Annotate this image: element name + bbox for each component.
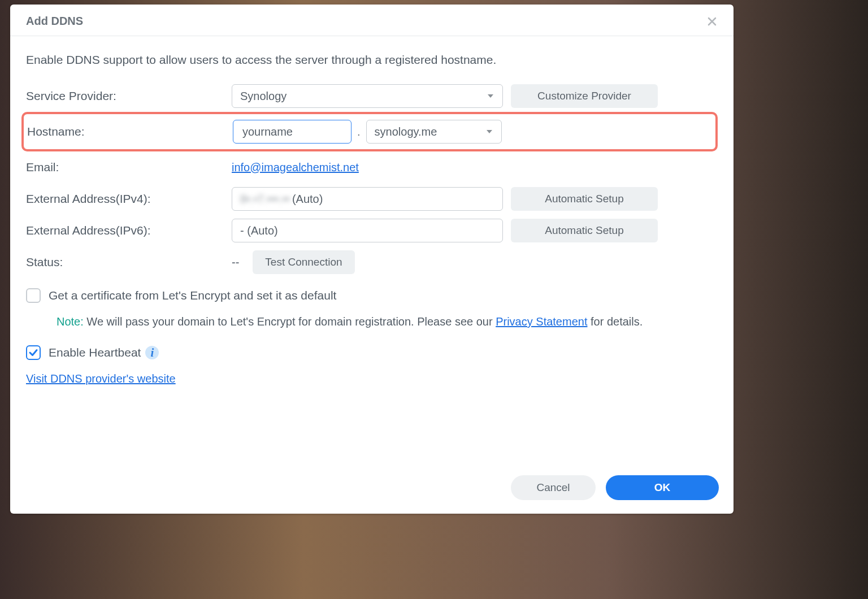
dialog-title: Add DDNS (26, 15, 83, 28)
cancel-button[interactable]: Cancel (511, 475, 596, 500)
label-heartbeat: Enable Heartbeat i (49, 346, 159, 359)
service-provider-select[interactable]: Synology (232, 84, 503, 108)
heartbeat-text: Enable Heartbeat (49, 346, 141, 359)
label-email: Email: (26, 160, 224, 174)
label-ipv4: External Address(IPv4): (26, 192, 224, 206)
email-link[interactable]: info@imagealchemist.net (232, 161, 359, 174)
ipv4-suffix: (Auto) (292, 193, 323, 206)
ipv6-value: - (Auto) (240, 224, 278, 237)
row-email: Email: info@imagealchemist.net (26, 151, 718, 183)
dialog-header: Add DDNS (10, 5, 734, 36)
hostname-domain-value: synology.me (375, 125, 437, 138)
ipv4-auto-setup-button[interactable]: Automatic Setup (511, 187, 658, 211)
hostname-input-field[interactable] (241, 125, 343, 139)
row-status: Status: -- Test Connection (26, 246, 718, 278)
hostname-dot: . (357, 125, 361, 138)
note-text-suffix: for details. (587, 315, 643, 328)
hostname-input[interactable] (233, 120, 351, 144)
info-icon[interactable]: i (145, 346, 159, 359)
dialog-footer: Cancel OK (10, 466, 734, 514)
label-ipv6: External Address(IPv6): (26, 224, 224, 237)
close-icon[interactable] (706, 16, 718, 27)
dialog-body: Enable DDNS support to allow users to ac… (10, 36, 734, 466)
letsencrypt-checkbox[interactable] (26, 288, 41, 303)
row-service-provider: Service Provider: Synology Customize Pro… (26, 80, 718, 112)
row-ipv6: External Address(IPv6): - (Auto) Automat… (26, 215, 718, 246)
row-hostname-highlight: Hostname: . synology.me (21, 112, 718, 151)
label-letsencrypt: Get a certificate from Let's Encrypt and… (49, 289, 336, 302)
label-hostname: Hostname: (27, 125, 225, 138)
note-text-prefix: We will pass your domain to Let's Encryp… (84, 315, 496, 328)
ipv4-masked: 8•.•7.•••.•• (240, 193, 290, 206)
ipv4-input[interactable]: 8•.•7.•••.•• (Auto) (232, 187, 503, 211)
ipv6-input[interactable]: - (Auto) (232, 219, 503, 242)
letsencrypt-note: Note: We will pass your domain to Let's … (57, 313, 678, 331)
customize-provider-button[interactable]: Customize Provider (511, 84, 658, 108)
row-heartbeat: Enable Heartbeat i (26, 345, 718, 360)
chevron-down-icon (487, 92, 494, 100)
add-ddns-dialog: Add DDNS Enable DDNS support to allow us… (10, 5, 734, 514)
row-ipv4: External Address(IPv4): 8•.•7.•••.•• (Au… (26, 183, 718, 215)
label-status: Status: (26, 255, 224, 269)
privacy-statement-link[interactable]: Privacy Statement (496, 315, 587, 328)
ipv6-auto-setup-button[interactable]: Automatic Setup (511, 219, 658, 242)
heartbeat-checkbox[interactable] (26, 345, 41, 360)
service-provider-value: Synology (240, 90, 287, 103)
hostname-domain-select[interactable]: synology.me (366, 120, 502, 144)
status-value: -- (232, 256, 239, 269)
label-service-provider: Service Provider: (26, 89, 224, 103)
row-letsencrypt: Get a certificate from Let's Encrypt and… (26, 288, 718, 303)
visit-provider-link[interactable]: Visit DDNS provider's website (26, 372, 176, 385)
note-label: Note: (57, 315, 84, 328)
intro-text: Enable DDNS support to allow users to ac… (26, 53, 718, 67)
test-connection-button[interactable]: Test Connection (253, 250, 354, 274)
ok-button[interactable]: OK (606, 475, 719, 500)
chevron-down-icon (485, 128, 493, 136)
